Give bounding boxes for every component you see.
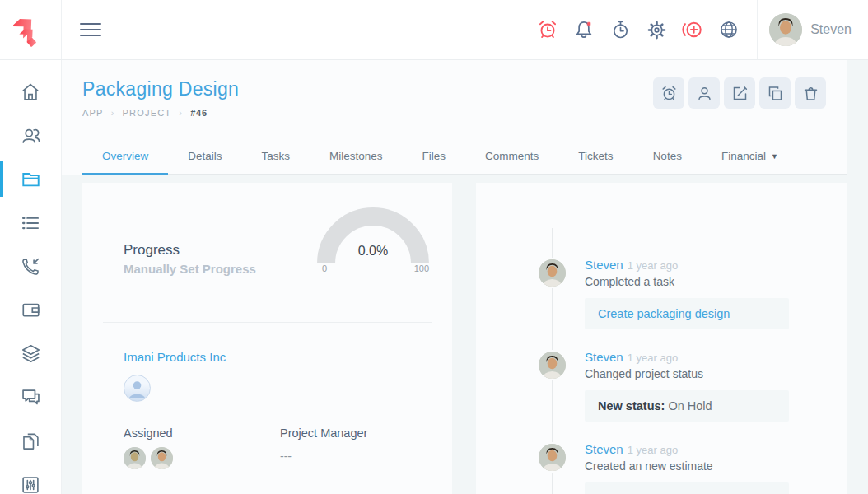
sidebar-item-list[interactable] xyxy=(0,201,61,245)
tab-files[interactable]: Files xyxy=(403,139,466,174)
tab-details[interactable]: Details xyxy=(168,139,241,174)
assigned-avatar-1[interactable] xyxy=(124,447,146,469)
activity-detail-box: New status: On Hold xyxy=(585,390,789,422)
edit-icon xyxy=(731,85,749,102)
duplicate-button[interactable] xyxy=(759,77,791,109)
delete-button[interactable] xyxy=(795,77,826,109)
activity-item: Steven1 year ago Completed a task Create… xyxy=(537,258,830,329)
home-icon xyxy=(20,82,41,103)
activity-detail-box: Create packaging design xyxy=(585,298,789,329)
breadcrumb-separator: › xyxy=(179,108,183,118)
activity-avatar xyxy=(537,258,567,288)
activity-timeline-card: Steven1 year ago Completed a task Create… xyxy=(476,183,847,494)
header-actions xyxy=(653,77,826,109)
progress-gauge: 0.0% 0 100 xyxy=(317,206,429,275)
activity-user-link[interactable]: Steven xyxy=(585,258,623,272)
default-user-icon xyxy=(124,375,150,401)
layers-icon xyxy=(20,343,42,365)
main-content: Packaging Design APP › PROJECT › #46 xyxy=(62,60,868,494)
progress-title: Progress xyxy=(124,242,256,259)
activity-avatar xyxy=(537,442,567,473)
client-avatar[interactable] xyxy=(124,375,151,402)
progress-subtitle: Manually Set Progress xyxy=(124,262,256,276)
notifications-icon[interactable] xyxy=(566,12,602,48)
sidebar-item-wallet[interactable] xyxy=(0,288,61,332)
assigned-label: Assigned xyxy=(124,426,280,440)
left-sidebar xyxy=(0,60,62,494)
tab-milestones[interactable]: Milestones xyxy=(310,139,403,174)
project-manager-label: Project Manager xyxy=(280,426,436,440)
trash-icon xyxy=(802,85,819,102)
assigned-section: Assigned xyxy=(124,426,280,469)
tab-overview[interactable]: Overview xyxy=(82,139,168,174)
breadcrumb-current: #46 xyxy=(190,108,208,118)
breadcrumb-project[interactable]: PROJECT xyxy=(123,108,172,118)
gauge-min-label: 0 xyxy=(322,263,327,273)
activity-action: Created an new estimate xyxy=(585,459,830,473)
user-menu[interactable]: Steven xyxy=(758,13,868,46)
project-summary-card: Progress Manually Set Progress 0.0% 0 10… xyxy=(82,183,452,494)
activity-user-link[interactable]: Steven xyxy=(585,442,623,456)
tab-notes[interactable]: Notes xyxy=(633,139,702,174)
edit-button[interactable] xyxy=(724,77,755,109)
sidebar-item-documents[interactable] xyxy=(0,419,61,463)
activity-time: 1 year ago xyxy=(628,352,678,364)
status-value: On Hold xyxy=(665,399,712,412)
copy-icon xyxy=(767,85,784,102)
sidebar-item-calls[interactable] xyxy=(0,245,61,288)
gauge-value: 0.0% xyxy=(317,244,429,259)
clients-icon xyxy=(20,124,42,147)
documents-icon xyxy=(20,431,41,452)
chat-icon xyxy=(20,386,42,408)
activity-detail-box xyxy=(585,482,789,494)
sidebar-item-clients[interactable] xyxy=(0,114,61,157)
alarm-icon xyxy=(660,85,678,102)
tab-tickets[interactable]: Tickets xyxy=(558,139,632,174)
gauge-max-label: 100 xyxy=(414,263,429,273)
tab-financial[interactable]: Financial ▼ xyxy=(702,139,798,174)
user-avatar xyxy=(769,13,802,46)
sidebar-item-home[interactable] xyxy=(0,70,61,114)
timer-icon[interactable] xyxy=(602,12,638,48)
quick-add-icon[interactable] xyxy=(674,12,711,48)
breadcrumb-app[interactable]: APP xyxy=(82,108,104,118)
assigned-avatar-2[interactable] xyxy=(151,447,173,469)
activity-item: Steven1 year ago Changed project status … xyxy=(537,350,830,422)
user-name: Steven xyxy=(810,22,852,37)
settings-icon[interactable] xyxy=(638,12,674,48)
activity-avatar xyxy=(537,350,567,380)
breadcrumb-separator: › xyxy=(111,108,115,118)
project-manager-section: Project Manager --- xyxy=(280,426,436,469)
tab-comments[interactable]: Comments xyxy=(465,139,558,174)
reminder-button[interactable] xyxy=(653,77,684,109)
breadcrumb: APP › PROJECT › #46 xyxy=(82,108,847,118)
app-logo[interactable] xyxy=(0,0,62,59)
sidebar-item-preferences[interactable] xyxy=(0,463,61,494)
projects-folder-icon xyxy=(20,168,42,190)
status-label: New status: xyxy=(598,399,665,412)
top-navbar: Steven xyxy=(0,0,868,60)
assign-user-button[interactable] xyxy=(688,77,720,109)
project-manager-value: --- xyxy=(280,450,436,463)
user-icon xyxy=(696,85,713,102)
sidebar-item-messages[interactable] xyxy=(0,375,61,419)
page-header: Packaging Design APP › PROJECT › #46 xyxy=(62,60,847,175)
sidebar-item-projects[interactable] xyxy=(0,157,61,201)
incoming-call-icon xyxy=(20,256,41,277)
activity-item: Steven1 year ago Created an new estimate xyxy=(537,442,830,494)
activity-time: 1 year ago xyxy=(628,259,678,272)
sidebar-item-stack[interactable] xyxy=(0,332,61,375)
chevron-down-icon: ▼ xyxy=(771,152,778,161)
list-icon xyxy=(20,212,41,234)
activity-action: Changed project status xyxy=(585,367,830,380)
tab-tasks[interactable]: Tasks xyxy=(242,139,310,174)
gauge-arc xyxy=(317,206,429,275)
activity-user-link[interactable]: Steven xyxy=(585,350,623,364)
brand-logo-icon xyxy=(13,12,48,47)
client-name-link[interactable]: Imani Products Inc xyxy=(124,350,226,364)
language-globe-icon[interactable] xyxy=(711,12,747,48)
menu-toggle-button[interactable] xyxy=(80,19,101,40)
task-link[interactable]: Create packaging design xyxy=(598,307,730,320)
alarm-icon[interactable] xyxy=(530,12,566,48)
card-divider xyxy=(103,322,432,323)
